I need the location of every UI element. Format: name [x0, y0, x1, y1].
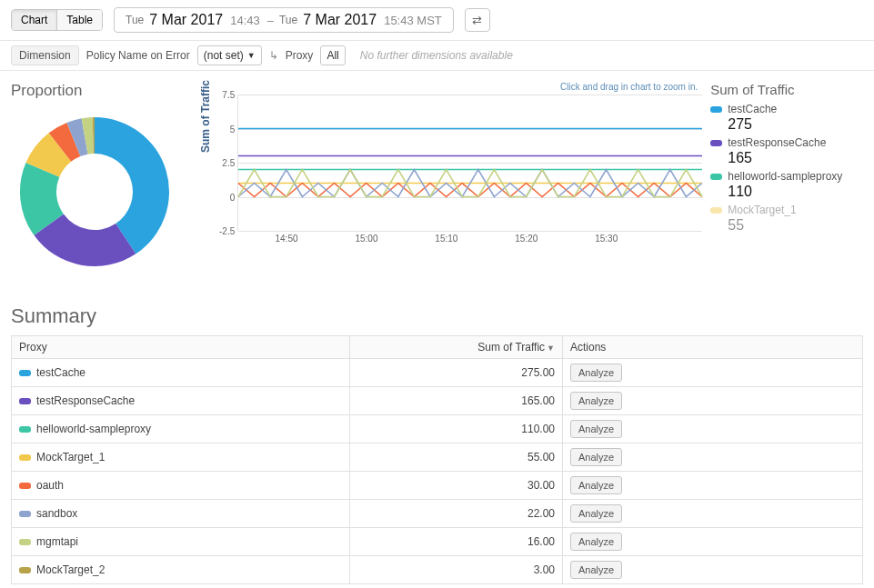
- y-tick: 0: [230, 192, 239, 202]
- swatch-icon: [19, 398, 31, 404]
- x-tick: 15:10: [435, 231, 457, 244]
- timeseries-chart[interactable]: -2.502.557.514:5015:0015:1015:2015:30: [237, 95, 701, 231]
- proportion-donut-chart[interactable]: [11, 105, 179, 274]
- sort-desc-icon: ▼: [547, 344, 555, 353]
- x-tick: 14:50: [276, 231, 298, 244]
- y-axis-label: Sum of Traffic: [199, 80, 212, 153]
- top-toolbar: Chart Table Tue 7 Mar 2017 14:43 – Tue 7…: [0, 0, 874, 41]
- y-tick: 5: [230, 124, 239, 134]
- actions-cell: Analyze: [563, 443, 863, 472]
- col-sum-header[interactable]: Sum of Traffic▼: [350, 336, 563, 359]
- summary-section: Summary Proxy Sum of Traffic▼ Actions te…: [0, 277, 874, 588]
- col-proxy-header[interactable]: Proxy: [12, 336, 350, 359]
- proxy-cell: MockTarget_1: [12, 443, 350, 472]
- sum-cell: 110.00: [350, 415, 563, 443]
- sum-cell: 165.00: [350, 387, 563, 415]
- analyze-button[interactable]: Analyze: [570, 392, 622, 410]
- actions-cell: Analyze: [563, 415, 863, 443]
- proxy-cell: testResponseCache: [12, 387, 350, 415]
- analyze-button[interactable]: Analyze: [570, 476, 622, 494]
- x-tick: 15:20: [515, 231, 537, 244]
- analyze-button[interactable]: Analyze: [570, 533, 622, 551]
- chart-zoom-hint: Click and drag in chart to zoom in.: [560, 82, 698, 92]
- proportion-title: Proportion: [11, 82, 194, 100]
- analyze-button[interactable]: Analyze: [570, 420, 622, 438]
- table-row: testResponseCache165.00Analyze: [12, 387, 863, 415]
- x-tick: 15:30: [595, 231, 618, 244]
- no-further-dimensions: No further dimensions available: [360, 49, 513, 62]
- legend-value: 110: [728, 184, 863, 200]
- swatch-icon: [19, 370, 31, 376]
- timeseries-panel: Click and drag in chart to zoom in. Sum …: [203, 82, 701, 277]
- legend-item[interactable]: testCache: [710, 103, 863, 115]
- col-sum-label: Sum of Traffic: [477, 341, 545, 354]
- table-row: MockTarget_23.00Analyze: [12, 556, 863, 584]
- legend-name: testCache: [728, 103, 777, 115]
- to-dow: Tue: [279, 14, 297, 26]
- table-row: MockTarget_155.00Analyze: [12, 443, 863, 472]
- actions-cell: Analyze: [563, 500, 863, 528]
- chevron-down-icon: ▼: [247, 51, 256, 60]
- sum-cell: 22.00: [350, 500, 563, 528]
- from-time: 14:43: [230, 14, 260, 27]
- legend-value: 165: [728, 150, 863, 166]
- proxy-name: MockTarget_2: [36, 563, 105, 576]
- from-dow: Tue: [126, 14, 144, 26]
- table-row: oauth30.00Analyze: [12, 472, 863, 500]
- analyze-button[interactable]: Analyze: [570, 448, 622, 466]
- swatch-icon: [19, 539, 31, 545]
- range-sep: –: [267, 14, 274, 27]
- proxy-cell: MockTarget_2: [12, 556, 350, 584]
- proxy-name: testCache: [36, 366, 85, 379]
- drill-all-select[interactable]: All: [320, 45, 345, 65]
- swatch-icon: [19, 483, 31, 489]
- table-row: sandbox22.00Analyze: [12, 500, 863, 528]
- dimension-field: Policy Name on Error: [86, 49, 190, 62]
- y-tick: 2.5: [222, 158, 238, 168]
- y-tick: 7.5: [222, 90, 238, 100]
- proxy-name: MockTarget_1: [36, 451, 105, 463]
- legend-name: helloworld-sampleproxy: [728, 170, 842, 183]
- actions-cell: Analyze: [563, 472, 863, 500]
- col-actions-header: Actions: [563, 336, 863, 359]
- view-table-button[interactable]: Table: [56, 10, 102, 30]
- legend-item[interactable]: helloworld-sampleproxy: [710, 170, 863, 183]
- proxy-cell: mgmtapi: [12, 528, 350, 556]
- refresh-button[interactable]: ⇄: [465, 8, 490, 32]
- summary-title: Summary: [11, 304, 863, 328]
- proxy-cell: oauth: [12, 472, 350, 500]
- legend-item[interactable]: testResponseCache: [710, 136, 863, 149]
- proxy-cell: sandbox: [12, 500, 350, 528]
- x-tick: 15:00: [355, 231, 377, 244]
- legend-name: MockTarget_1: [728, 204, 796, 216]
- to-date: 7 Mar 2017: [303, 12, 377, 28]
- view-toggle: Chart Table: [11, 9, 103, 31]
- proxy-name: mgmtapi: [36, 535, 78, 548]
- legend-item[interactable]: MockTarget_1: [710, 204, 863, 216]
- y-tick: -2.5: [219, 226, 238, 236]
- dimension-badge: Dimension: [11, 45, 79, 65]
- swatch-icon: [710, 174, 722, 180]
- swatch-icon: [19, 511, 31, 517]
- timerange-picker[interactable]: Tue 7 Mar 2017 14:43 – Tue 7 Mar 2017 15…: [114, 7, 454, 33]
- analyze-button[interactable]: Analyze: [570, 561, 622, 579]
- legend-name: testResponseCache: [728, 136, 826, 149]
- gridline: [238, 231, 702, 232]
- dimension-value-select[interactable]: (not set) ▼: [197, 45, 262, 65]
- proxy-cell: testCache: [12, 359, 350, 387]
- swatch-icon: [19, 426, 31, 433]
- legend-value: 55: [728, 217, 863, 234]
- proxy-name: sandbox: [36, 507, 77, 520]
- analyze-button[interactable]: Analyze: [570, 504, 622, 523]
- sum-cell: 30.00: [350, 472, 563, 500]
- view-chart-button[interactable]: Chart: [12, 10, 56, 30]
- legend-title: Sum of Traffic: [710, 82, 863, 97]
- swatch-icon: [19, 567, 31, 573]
- swatch-icon: [19, 454, 31, 461]
- proxy-name: testResponseCache: [36, 394, 135, 407]
- analyze-button[interactable]: Analyze: [570, 364, 622, 382]
- table-row: helloworld-sampleproxy110.00Analyze: [12, 415, 863, 443]
- proxy-cell: helloworld-sampleproxy: [12, 415, 350, 443]
- drill-proxy-label[interactable]: Proxy: [286, 49, 314, 62]
- series-line[interactable]: [238, 184, 702, 197]
